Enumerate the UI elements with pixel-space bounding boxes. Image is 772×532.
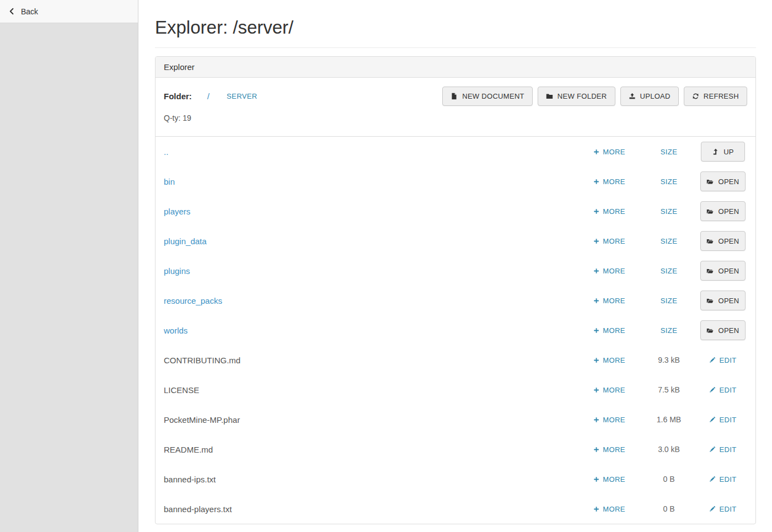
row-name: players [164, 207, 578, 216]
open-button[interactable]: OPEN [700, 231, 745, 251]
edit-link[interactable]: EDIT [709, 445, 736, 454]
edit-link[interactable]: EDIT [709, 505, 736, 513]
pencil-icon [709, 476, 716, 482]
plus-icon [593, 387, 599, 393]
new-document-button[interactable]: NEW DOCUMENT [442, 87, 533, 106]
quantity-label: Q-ty: 19 [164, 114, 747, 122]
size-link[interactable]: SIZE [661, 207, 678, 216]
table-row: worlds MORE SIZE OPEN [156, 315, 755, 345]
open-label: OPEN [718, 267, 739, 275]
back-button[interactable]: Back [0, 0, 138, 23]
more-link[interactable]: MORE [593, 386, 625, 394]
size-link[interactable]: SIZE [661, 148, 678, 156]
plus-icon [593, 506, 599, 512]
refresh-icon [692, 93, 699, 100]
pencil-icon [709, 416, 716, 423]
table-row: banned-players.txt MORE 0 B EDIT [156, 494, 755, 524]
size-link[interactable]: SIZE [661, 237, 678, 245]
folder-open-icon [706, 178, 714, 185]
more-label: MORE [603, 386, 625, 394]
size-link[interactable]: SIZE [661, 297, 678, 305]
more-link[interactable]: MORE [593, 297, 625, 305]
open-label: OPEN [718, 297, 739, 305]
file-name: PocketMine-MP.phar [164, 415, 240, 424]
chevron-left-icon [8, 8, 15, 15]
file-name: banned-ips.txt [164, 475, 216, 484]
upload-button[interactable]: UPLOAD [620, 87, 679, 106]
new-folder-button[interactable]: NEW FOLDER [538, 87, 615, 106]
file-size: 1.6 MB [657, 415, 681, 424]
edit-label: EDIT [719, 416, 736, 424]
row-name: banned-players.txt [164, 504, 578, 514]
plus-icon [593, 208, 599, 214]
plus-icon [593, 417, 599, 423]
more-link[interactable]: MORE [593, 237, 625, 245]
row-name: LICENSE [164, 385, 578, 395]
folder-icon [546, 93, 553, 100]
folder-open-icon [706, 238, 714, 245]
file-list: .. MORE SIZE UP [156, 136, 755, 524]
table-row: README.md MORE 3.0 kB EDIT [156, 434, 755, 464]
table-row: PocketMine-MP.phar MORE 1.6 MB EDIT [156, 405, 755, 434]
open-button[interactable]: OPEN [700, 171, 745, 191]
folder-label: Folder: [164, 92, 192, 101]
title-divider [155, 47, 756, 48]
folder-link[interactable]: resource_packs [164, 296, 222, 305]
more-link[interactable]: MORE [593, 416, 625, 424]
refresh-button[interactable]: REFRESH [684, 87, 747, 106]
more-link[interactable]: MORE [593, 475, 625, 483]
row-name: .. [164, 147, 578, 157]
more-label: MORE [603, 237, 625, 245]
edit-label: EDIT [719, 445, 736, 454]
open-button[interactable]: OPEN [700, 291, 745, 310]
plus-icon [593, 179, 599, 185]
more-label: MORE [603, 326, 625, 335]
more-link[interactable]: MORE [593, 356, 625, 364]
table-row: CONTRIBUTING.md MORE 9.3 kB EDIT [156, 345, 755, 375]
more-link[interactable]: MORE [593, 445, 625, 454]
refresh-label: REFRESH [704, 92, 739, 100]
size-link[interactable]: SIZE [661, 178, 678, 186]
folder-link[interactable]: players [164, 207, 190, 216]
folder-link[interactable]: plugins [164, 266, 190, 276]
breadcrumb-root-link[interactable]: / [207, 92, 210, 101]
up-button[interactable]: UP [701, 142, 745, 162]
edit-link[interactable]: EDIT [709, 475, 736, 483]
level-up-icon [712, 148, 719, 155]
folder-open-icon [706, 208, 714, 215]
more-link[interactable]: MORE [593, 505, 625, 513]
more-link[interactable]: MORE [593, 148, 625, 156]
plus-icon [593, 149, 599, 155]
table-row: LICENSE MORE 7.5 kB EDIT [156, 375, 755, 405]
parent-folder-link[interactable]: .. [164, 147, 168, 157]
size-link[interactable]: SIZE [661, 267, 678, 275]
breadcrumb-server-link[interactable]: SERVER [227, 92, 258, 100]
open-button[interactable]: OPEN [700, 261, 745, 281]
up-label: UP [723, 148, 734, 156]
row-name: resource_packs [164, 296, 578, 305]
edit-link[interactable]: EDIT [709, 386, 736, 394]
file-size: 7.5 kB [658, 385, 680, 394]
sidebar: Back [0, 0, 138, 532]
folder-link[interactable]: worlds [164, 326, 187, 335]
folder-link[interactable]: bin [164, 177, 175, 186]
table-row: plugins MORE SIZE OPEN [156, 256, 755, 286]
pencil-icon [709, 357, 716, 363]
file-name: README.md [164, 445, 213, 454]
edit-link[interactable]: EDIT [709, 416, 736, 424]
open-button[interactable]: OPEN [700, 201, 745, 221]
more-link[interactable]: MORE [593, 267, 625, 275]
file-size: 9.3 kB [658, 356, 680, 364]
open-button[interactable]: OPEN [700, 320, 745, 340]
row-name: CONTRIBUTING.md [164, 356, 578, 365]
size-link[interactable]: SIZE [661, 326, 678, 335]
plus-icon [593, 238, 599, 244]
toolbar: NEW DOCUMENT NEW FOLDER UPLOAD REFRESH [442, 87, 747, 106]
more-link[interactable]: MORE [593, 326, 625, 335]
plus-icon [593, 327, 599, 334]
more-link[interactable]: MORE [593, 207, 625, 216]
edit-label: EDIT [719, 386, 736, 394]
edit-link[interactable]: EDIT [709, 356, 736, 364]
more-link[interactable]: MORE [593, 178, 625, 186]
folder-link[interactable]: plugin_data [164, 237, 207, 246]
